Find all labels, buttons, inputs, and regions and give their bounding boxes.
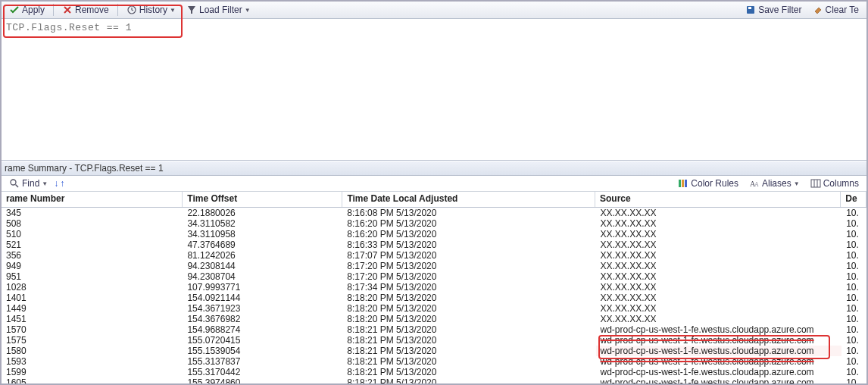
cell-source: wd-prod-cp-us-west-1-fe.westus.cloudapp.… [596, 367, 842, 377]
chevron-down-icon: ▼ [170, 7, 176, 14]
svg-rect-6 [685, 180, 687, 187]
cell-time-date: 8:16:20 PM 5/13/2020 [342, 229, 595, 239]
cell-frame-number: 521 [2, 239, 183, 250]
table-row[interactable]: 1593155.31378378:18:21 PM 5/13/2020wd-pr… [2, 356, 866, 367]
filter-toolbar-right: Save Filter Clear Te [741, 3, 863, 17]
col-source[interactable]: Source [595, 192, 841, 207]
svg-point-3 [11, 180, 16, 185]
table-row[interactable]: 34522.18800268:16:08 PM 5/13/2020XX.XX.X… [2, 208, 866, 218]
cell-source: XX.XX.XX.XX [596, 261, 842, 271]
cell-source: XX.XX.XX.XX [596, 314, 842, 324]
aliases-button[interactable]: AA Aliases ▼ [745, 177, 804, 190]
cell-frame-number: 1028 [2, 282, 183, 293]
cell-destination: 10. [841, 303, 866, 314]
color-rules-icon [678, 178, 688, 189]
cell-destination: 10. [841, 218, 866, 229]
history-label: History [139, 5, 167, 15]
cell-destination: 10. [841, 335, 866, 346]
load-filter-icon [186, 5, 197, 15]
aliases-icon: AA [749, 178, 760, 189]
cell-time-offset: 154.9688274 [183, 324, 342, 335]
filter-toolbar-left: Apply Remove History ▼ Load Filter ▼ [5, 3, 255, 17]
cell-frame-number: 345 [2, 208, 183, 218]
find-label: Find [22, 178, 39, 189]
cell-frame-number: 951 [2, 271, 183, 282]
columns-button[interactable]: Columns [806, 177, 863, 190]
svg-rect-2 [748, 7, 751, 9]
cell-time-offset: 154.3676982 [183, 314, 342, 324]
apply-check-icon [9, 5, 20, 15]
find-toolbar: Find ▼ ↓ ↑ Color Rules AA Aliases ▼ Colu… [2, 176, 866, 192]
cell-time-date: 8:17:07 PM 5/13/2020 [342, 250, 595, 261]
cell-time-offset: 81.1242026 [183, 250, 342, 261]
frame-table-body[interactable]: 34522.18800268:16:08 PM 5/13/2020XX.XX.X… [2, 208, 866, 385]
cell-destination: 10. [841, 324, 866, 335]
cell-time-offset: 94.2308704 [183, 271, 342, 282]
color-rules-label: Color Rules [691, 178, 738, 189]
table-row[interactable]: 51034.31109588:16:20 PM 5/13/2020XX.XX.X… [2, 229, 866, 239]
col-time-offset[interactable]: Time Offset [183, 192, 342, 207]
table-row[interactable]: 35681.12420268:17:07 PM 5/13/2020XX.XX.X… [2, 250, 866, 261]
table-row[interactable]: 1570154.96882748:18:21 PM 5/13/2020wd-pr… [2, 324, 866, 335]
table-row[interactable]: 50834.31105828:16:20 PM 5/13/2020XX.XX.X… [2, 218, 866, 229]
cell-time-offset: 155.3974860 [183, 377, 342, 385]
cell-time-offset: 34.3110958 [183, 229, 342, 239]
cell-source: wd-prod-cp-us-west-1-fe.westus.cloudapp.… [596, 346, 842, 356]
columns-icon [810, 178, 821, 189]
table-row[interactable]: 94994.23081448:17:20 PM 5/13/2020XX.XX.X… [2, 261, 866, 271]
apply-filter-button[interactable]: Apply [5, 3, 49, 17]
cell-time-date: 8:16:20 PM 5/13/2020 [342, 218, 595, 229]
table-row[interactable]: 52147.37646898:16:33 PM 5/13/2020XX.XX.X… [2, 239, 866, 250]
save-disk-icon [745, 5, 756, 15]
cell-source: XX.XX.XX.XX [596, 239, 842, 250]
svg-rect-9 [811, 180, 820, 187]
clear-eraser-icon [813, 5, 823, 15]
find-prev-up-button[interactable]: ↑ [60, 178, 64, 189]
cell-time-date: 8:18:20 PM 5/13/2020 [342, 293, 595, 303]
remove-filter-button[interactable]: Remove [58, 3, 114, 17]
table-row[interactable]: 1451154.36769828:18:20 PM 5/13/2020XX.XX… [2, 314, 866, 324]
table-row[interactable]: 1575155.07204158:18:21 PM 5/13/2020wd-pr… [2, 335, 866, 346]
save-filter-button[interactable]: Save Filter [741, 3, 806, 17]
svg-rect-4 [679, 180, 681, 187]
find-button[interactable]: Find ▼ [5, 177, 52, 190]
cell-destination: 10. [841, 356, 866, 367]
col-frame-number[interactable]: rame Number [2, 192, 183, 207]
chevron-down-icon: ▼ [794, 180, 800, 187]
svg-rect-5 [682, 180, 684, 187]
col-time-date[interactable]: Time Date Local Adjusted [342, 192, 595, 207]
chevron-down-icon: ▼ [42, 180, 48, 187]
cell-source: wd-prod-cp-us-west-1-fe.westus.cloudapp.… [596, 335, 842, 346]
cell-source: wd-prod-cp-us-west-1-fe.westus.cloudapp.… [596, 356, 842, 367]
cell-destination: 10. [841, 239, 866, 250]
table-row[interactable]: 1449154.36719238:18:20 PM 5/13/2020XX.XX… [2, 303, 866, 314]
cell-frame-number: 508 [2, 218, 183, 229]
separator [117, 4, 118, 16]
cell-frame-number: 1599 [2, 367, 183, 377]
find-toolbar-right: Color Rules AA Aliases ▼ Columns [673, 177, 863, 190]
cell-frame-number: 510 [2, 229, 183, 239]
table-row[interactable]: 1599155.31704428:18:21 PM 5/13/2020wd-pr… [2, 367, 866, 377]
load-filter-button[interactable]: Load Filter ▼ [182, 3, 255, 17]
table-row[interactable]: 1580155.15390548:18:21 PM 5/13/2020wd-pr… [2, 346, 866, 356]
color-rules-button[interactable]: Color Rules [673, 177, 743, 190]
col-destination[interactable]: De [841, 192, 866, 207]
filter-expression-text: TCP.Flags.Reset == 1 [6, 22, 132, 33]
remove-x-icon [62, 5, 73, 15]
find-next-down-button[interactable]: ↓ [54, 178, 58, 189]
cell-destination: 10. [841, 293, 866, 303]
table-row[interactable]: 1028107.99937718:17:34 PM 5/13/2020XX.XX… [2, 282, 866, 293]
history-button[interactable]: History ▼ [122, 3, 180, 17]
save-filter-label: Save Filter [758, 5, 801, 15]
cell-time-date: 8:18:21 PM 5/13/2020 [342, 335, 595, 346]
cell-time-offset: 94.2308144 [183, 261, 342, 271]
cell-time-date: 8:18:21 PM 5/13/2020 [342, 367, 595, 377]
separator [53, 4, 54, 16]
table-row[interactable]: 1605155.39748608:18:21 PM 5/13/2020wd-pr… [2, 377, 866, 385]
clear-text-button[interactable]: Clear Te [808, 3, 863, 17]
table-row[interactable]: 1401154.09211448:18:20 PM 5/13/2020XX.XX… [2, 293, 866, 303]
filter-expression-input[interactable]: TCP.Flags.Reset == 1 [2, 19, 866, 161]
cell-frame-number: 1451 [2, 314, 183, 324]
chevron-down-icon: ▼ [245, 7, 251, 14]
table-row[interactable]: 95194.23087048:17:20 PM 5/13/2020XX.XX.X… [2, 271, 866, 282]
